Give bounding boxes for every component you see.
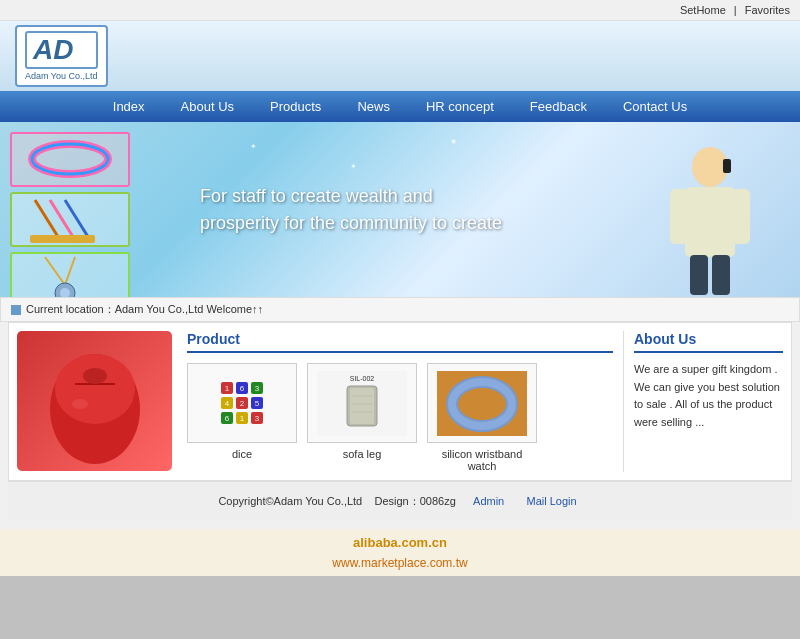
product-section-title: Product xyxy=(187,331,613,353)
banner-img-lanyards xyxy=(10,192,130,247)
banner-line2: prosperity for the community to create xyxy=(200,210,502,237)
svg-line-6 xyxy=(45,257,65,285)
product-label-wristband: silicon wristband watch xyxy=(427,448,537,472)
nav-link-hr[interactable]: HR concept xyxy=(408,91,512,122)
die-6: 5 xyxy=(251,397,263,409)
banner-person xyxy=(650,137,770,297)
logo-text: AD xyxy=(25,31,98,69)
top-bar: SetHome | Favorites xyxy=(0,0,800,21)
product-label-sofa-leg: sofa leg xyxy=(307,448,417,460)
dice-visual: 1 6 3 4 2 5 6 1 3 xyxy=(216,377,268,429)
logo-subtitle: Adam You Co.,Ltd xyxy=(25,71,98,81)
svg-rect-13 xyxy=(732,189,750,244)
set-home-link[interactable]: SetHome xyxy=(680,4,726,16)
banner-img-bracelet xyxy=(10,132,130,187)
banner: For staff to create wealth and prosperit… xyxy=(0,122,800,297)
svg-rect-15 xyxy=(712,255,730,295)
nav-link-index[interactable]: Index xyxy=(95,91,163,122)
svg-rect-25 xyxy=(350,388,374,424)
footer-copyright: Copyright©Adam You Co.,Ltd xyxy=(218,495,362,507)
nav-link-news[interactable]: News xyxy=(339,91,408,122)
breadcrumb-icon xyxy=(11,305,21,315)
featured-product-image xyxy=(17,331,172,471)
breadcrumb-text: Current location：Adam You Co.,Ltd Welcom… xyxy=(26,302,263,317)
nav-link-contact[interactable]: Contact Us xyxy=(605,91,705,122)
center-panel: Product 1 6 3 4 2 5 6 1 xyxy=(177,331,623,472)
die-5: 2 xyxy=(236,397,248,409)
about-section-title: About Us xyxy=(634,331,783,353)
svg-point-18 xyxy=(55,354,135,424)
svg-point-1 xyxy=(32,144,108,174)
about-section-text: We are a super gift kingdom . We can giv… xyxy=(634,361,783,431)
svg-point-10 xyxy=(692,147,728,187)
nav-link-feedback[interactable]: Feedback xyxy=(512,91,605,122)
star-3: ★ xyxy=(450,137,457,146)
banner-line1: For staff to create wealth and xyxy=(200,183,502,210)
die-3: 3 xyxy=(251,382,263,394)
nav-item-about[interactable]: About Us xyxy=(163,91,252,122)
footer-mail-login-link[interactable]: Mail Login xyxy=(526,495,576,507)
nav-item-hr[interactable]: HR concept xyxy=(408,91,512,122)
nav-item-contact[interactable]: Contact Us xyxy=(605,91,705,122)
watermark-line1: alibaba.com.cn xyxy=(0,529,800,556)
svg-text:SIL-002: SIL-002 xyxy=(350,375,375,382)
svg-rect-12 xyxy=(670,189,688,244)
svg-line-2 xyxy=(35,200,60,240)
main-content: Product 1 6 3 4 2 5 6 1 xyxy=(8,322,792,481)
product-grid: 1 6 3 4 2 5 6 1 3 dice xyxy=(187,363,613,472)
favorites-link[interactable]: Favorites xyxy=(745,4,790,16)
logo-box: AD Adam You Co.,Ltd xyxy=(15,25,108,87)
svg-rect-5 xyxy=(30,235,95,243)
product-thumb-dice: 1 6 3 4 2 5 6 1 3 xyxy=(187,363,297,443)
nav-link-about[interactable]: About Us xyxy=(163,91,252,122)
banner-img-charm xyxy=(10,252,130,297)
die-7: 6 xyxy=(221,412,233,424)
navigation: Index About Us Products News HR concept … xyxy=(0,91,800,122)
die-4: 4 xyxy=(221,397,233,409)
nav-item-news[interactable]: News xyxy=(339,91,408,122)
right-panel: About Us We are a super gift kingdom . W… xyxy=(623,331,783,472)
breadcrumb: Current location：Adam You Co.,Ltd Welcom… xyxy=(0,297,800,322)
svg-line-4 xyxy=(65,200,90,240)
nav-item-products[interactable]: Products xyxy=(252,91,339,122)
footer: Copyright©Adam You Co.,Ltd Design：0086zg… xyxy=(8,481,792,521)
die-9: 3 xyxy=(251,412,263,424)
nav-item-feedback[interactable]: Feedback xyxy=(512,91,605,122)
product-item-dice: 1 6 3 4 2 5 6 1 3 dice xyxy=(187,363,297,472)
nav-link-products[interactable]: Products xyxy=(252,91,339,122)
watermark-line2: www.marketplace.com.tw xyxy=(0,556,800,576)
svg-line-3 xyxy=(50,200,75,240)
svg-rect-16 xyxy=(723,159,731,173)
product-item-sofa-leg: SIL-002 sofa leg xyxy=(307,363,417,472)
star-1: ✦ xyxy=(250,142,257,151)
die-8: 1 xyxy=(236,412,248,424)
product-label-dice: dice xyxy=(187,448,297,460)
footer-admin-link[interactable]: Admin xyxy=(473,495,504,507)
svg-point-21 xyxy=(72,399,88,409)
left-panel xyxy=(17,331,177,472)
svg-line-7 xyxy=(65,257,75,285)
header: AD Adam You Co.,Ltd xyxy=(0,21,800,91)
footer-design: Design：0086zg xyxy=(374,495,455,507)
die-2: 6 xyxy=(236,382,248,394)
svg-rect-11 xyxy=(685,187,735,257)
svg-point-20 xyxy=(83,368,107,384)
banner-tagline: For staff to create wealth and prosperit… xyxy=(200,183,502,237)
product-thumb-wristband xyxy=(427,363,537,443)
product-item-wristband: silicon wristband watch xyxy=(427,363,537,472)
banner-product-images xyxy=(10,132,130,297)
star-2: ✦ xyxy=(350,162,357,171)
product-thumb-sofa-leg: SIL-002 xyxy=(307,363,417,443)
die-1: 1 xyxy=(221,382,233,394)
separator: | xyxy=(734,4,737,16)
nav-item-index[interactable]: Index xyxy=(95,91,163,122)
svg-rect-14 xyxy=(690,255,708,295)
